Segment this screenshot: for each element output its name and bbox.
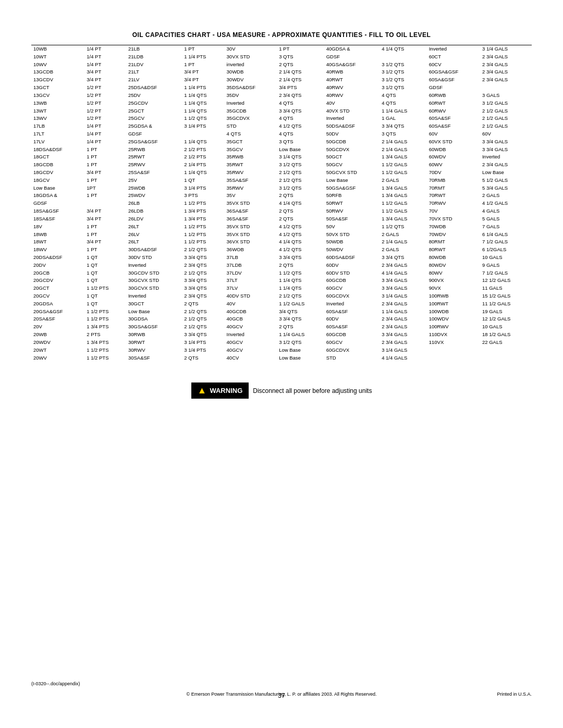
table-row: 10WB1/4 PT 21LB1 PT 30V1 PT 40GDSA &4 1/…	[31, 45, 532, 53]
table-row: 20WDV1 3/4 PTS 30RWT3 1/4 PTS 40GCV3 1/2…	[31, 339, 532, 347]
table-row: 20GDSA1 QT 30GCT2 QTS 40V1 1/2 GALS Inve…	[31, 300, 532, 308]
table-row: 18GCT1 PT 25RWT2 1/2 PTS 35RWB3 1/4 QTS …	[31, 153, 532, 161]
table-row: 18WT3/4 PT 26LT1 1/2 PTS 36VX STD4 1/4 Q…	[31, 238, 532, 246]
table-row: 20SA&SF1 1/2 PTS 30GDSA2 1/2 QTS 40GCB3 …	[31, 315, 532, 323]
table-row: GDSF 26LB1 1/2 PTS 35VX STD4 1/4 QTS 50R…	[31, 200, 532, 207]
table-row: Low Base1PT 25WDB3 1/4 PTS 35RWV3 1/2 QT…	[31, 184, 532, 192]
table-row: 20GCB1 QT 30GCDV STD2 1/2 QTS 37LDV1 1/2…	[31, 269, 532, 277]
page-number: 37	[0, 692, 563, 699]
table-row: 18SA&GSF3/4 PT 26LDB1 3/4 PTS 36SA&SF2 Q…	[31, 207, 532, 215]
table-row: 18DSA&DSF1 PT 25RWB2 1/2 PTS 35GCVLow Ba…	[31, 146, 532, 154]
table-row: 20GCV1 QT Inverted2 3/4 QTS 40DV STD2 1/…	[31, 292, 532, 300]
table-row: 10WV1/4 PT 21LDV1 PT inverted2 QTS 40GSA…	[31, 61, 532, 69]
table-row: 17LV1/4 PT 25GSA&GSF1 1/4 QTS 35GCT3 QTS…	[31, 138, 532, 146]
table-row: 20DSA&DSF1 QT 30DV STD3 3/4 QTS 37LB3 3/…	[31, 254, 532, 262]
table-row: 20WT1 1/2 PTS 30RWV3 1/4 PTS 40GCVLow Ba…	[31, 347, 532, 354]
table-row: 20GCDV1 QT 30GCVX STD3 3/4 QTS 37LT1 1/4…	[31, 277, 532, 285]
table-row: 10WT1/4 PT 21LDB1 1/4 PTS 30VX STD3 QTS …	[31, 53, 532, 61]
table-row: 13GCV1/2 PT 25DV1 1/4 QTS 35DV2 3/4 QTS …	[31, 92, 532, 100]
doc-ref: (I-0320--.doc/appendix)	[31, 681, 80, 686]
table-row: 18GCV1 PT 25V1 QT 35SA&SF2 1/2 QTS Low B…	[31, 177, 532, 184]
table-row: 20V1 3/4 PTS 30GSA&GSF2 1/2 QTS 40GCV2 Q…	[31, 323, 532, 331]
table-row: 13WB1/2 PT 25GCDV1 1/4 QTS Inverted4 QTS…	[31, 100, 532, 107]
warning-box: ▲ WARNING Disconnect all power before ad…	[191, 382, 372, 399]
warning-badge: ▲ WARNING	[191, 382, 249, 399]
table-row: 13WT1/2 PT 25GCT1 1/4 QTS 35GCDB3 3/4 QT…	[31, 107, 532, 115]
table-row: 18WB1 PT 26LV1 1/2 PTS 35VX STD4 1/2 QTS…	[31, 231, 532, 239]
table-row: 20WV1 1/2 PTS 30SA&SF2 QTS 40CVLow Base …	[31, 354, 532, 362]
table-row: 18V1 PT 26LT1 1/2 PTS 35VX STD4 1/2 QTS …	[31, 223, 532, 231]
warning-section: ▲ WARNING Disconnect all power before ad…	[31, 382, 532, 399]
table-row: 18GDSA &1 PT 25WDV3 PTS 35V2 QTS 50RFB1 …	[31, 192, 532, 200]
table-row: 18GCDV3/4 PT 25SA&SF1 1/4 QTS 35RWV2 1/2…	[31, 169, 532, 177]
table-row: 20DV1 QT Inverted2 3/4 QTS 37LDB2 QTS 60…	[31, 262, 532, 269]
table-row: 20GSA&GSF1 1/2 PTS Low Base2 1/2 QTS 40G…	[31, 308, 532, 316]
table-row: 13GCDV3/4 PT 21LV3/4 PT 30WDV2 1/4 QTS 4…	[31, 76, 532, 84]
table-row: 17LT1/4 PT GDSF 4 QTS4 QTS 50DV3 QTS 60V…	[31, 130, 532, 138]
chart-title: OIL CAPACITIES CHART - USA MEASURE - APP…	[31, 31, 532, 39]
table-row: 20GCT1 1/2 PTS 30GCVX STD3 3/4 QTS 37LV1…	[31, 285, 532, 292]
table-row: 13GCDB3/4 PT 21LT3/4 PT 30WDB2 1/4 QTS 4…	[31, 68, 532, 76]
table-row: 18SA&SF3/4 PT 26LDV1 3/4 PTS 36SA&SF2 QT…	[31, 215, 532, 223]
warning-badge-text: WARNING	[210, 387, 242, 394]
oil-capacities-table: 10WB1/4 PT 21LB1 PT 30V1 PT 40GDSA &4 1/…	[31, 45, 532, 362]
warning-triangle-icon: ▲	[198, 385, 207, 396]
table-row: 20WB2 PTS 30RWB3 3/4 QTS Inverted1 1/4 G…	[31, 331, 532, 339]
table-row: 13GCT1/2 PT 25DSA&DSF1 1/4 PTS 35DSA&DSF…	[31, 84, 532, 92]
table-row: 17LB1/4 PT 25GDSA &3 1/4 PTS STD4 1/2 QT…	[31, 122, 532, 130]
table-row: 18WV1 PT 30DSA&DSF2 1/2 QTS 36WOB4 1/2 Q…	[31, 246, 532, 254]
warning-message: Disconnect all power before adjusting un…	[253, 387, 372, 394]
table-row: 18GCDB1 PT 25RWV2 1/4 PTS 35RWT3 1/2 QTS…	[31, 161, 532, 169]
table-row: 13WV1/2 PT 25GCV1 1/2 QTS 35GCDVX4 QTS I…	[31, 115, 532, 122]
